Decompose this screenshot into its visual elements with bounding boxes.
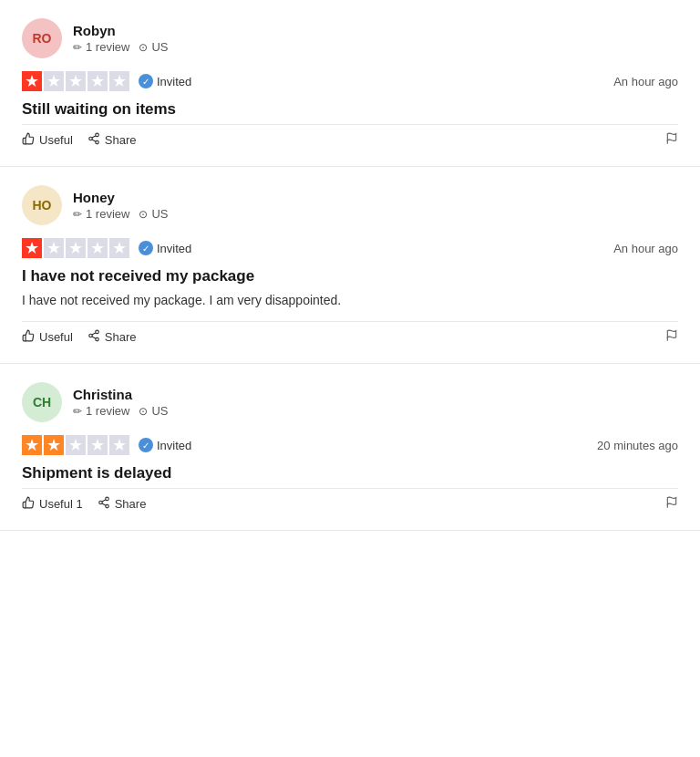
pencil-icon: ✏ [73,405,82,418]
review-card-1: RORobyn✏ 1 review⊙ US★★★★★✓InvitedAn hou… [0,0,700,167]
svg-point-0 [96,133,99,137]
star-filled-icon: ★ [22,435,42,455]
pencil-icon: ✏ [73,41,82,54]
rating-row: ★★★★★✓InvitedAn hour ago [22,238,678,258]
thumbsup-icon [22,329,35,345]
star-empty-icon: ★ [109,71,129,91]
star-filled-icon: ★ [44,435,64,455]
reviewer-name: Robyn [73,23,168,38]
avatar: HO [22,185,62,225]
star-empty-icon: ★ [88,238,108,258]
avatar: CH [22,382,62,422]
reviewer-row: RORobyn✏ 1 review⊙ US [22,18,678,58]
rating-row: ★★★★★✓Invited20 minutes ago [22,435,678,455]
svg-point-13 [98,501,102,504]
share-button[interactable]: Share [98,496,147,512]
reviewer-info: Christina✏ 1 review⊙ US [73,387,168,418]
review-timestamp: An hour ago [613,242,678,255]
review-timestamp: An hour ago [613,75,678,88]
share-icon [98,496,110,512]
reviewer-info: Robyn✏ 1 review⊙ US [73,23,168,54]
star-filled-icon: ★ [22,238,42,258]
reviewer-meta: ✏ 1 review⊙ US [73,40,168,54]
invited-check-icon: ✓ [139,241,153,255]
review-title: Still waiting on items [22,100,678,119]
actions-row: Useful 1Share [22,488,678,512]
star-empty-icon: ★ [44,238,64,258]
svg-point-14 [105,504,108,508]
svg-point-8 [96,337,99,341]
svg-point-6 [96,330,99,334]
invited-badge: ✓Invited [139,74,191,88]
review-card-3: CHChristina✏ 1 review⊙ US★★★★★✓Invited20… [0,364,700,531]
share-label: Share [115,497,147,511]
invited-label: Invited [157,75,191,88]
useful-label: Useful [39,330,73,344]
svg-point-12 [105,497,108,501]
invited-label: Invited [157,242,191,255]
svg-point-2 [96,140,99,144]
review-count: ✏ 1 review [73,40,129,54]
actions-row: UsefulShare [22,124,678,148]
flag-button[interactable] [665,496,678,512]
invited-check-icon: ✓ [139,74,153,88]
svg-line-4 [92,136,96,138]
actions-row: UsefulShare [22,321,678,345]
share-label: Share [105,133,137,147]
star-rating: ★★★★★ [22,435,129,455]
useful-button[interactable]: Useful [22,132,73,148]
star-filled-icon: ★ [22,71,42,91]
review-count: ✏ 1 review [73,404,129,418]
avatar: RO [22,18,62,58]
invited-badge: ✓Invited [139,438,191,452]
star-empty-icon: ★ [66,71,86,91]
flag-button[interactable] [665,132,678,148]
svg-point-7 [89,334,93,337]
rating-row: ★★★★★✓InvitedAn hour ago [22,71,678,91]
star-rating: ★★★★★ [22,238,129,258]
reviewer-row: HOHoney✏ 1 review⊙ US [22,185,678,225]
share-label: Share [105,330,137,344]
reviewer-meta: ✏ 1 review⊙ US [73,404,168,418]
star-empty-icon: ★ [88,71,108,91]
star-empty-icon: ★ [66,435,86,455]
location-icon: ⊙ [139,405,148,418]
reviewer-name: Honey [73,190,168,205]
reviewer-name: Christina [73,387,168,402]
review-body: I have not received my package. I am ver… [22,291,678,310]
svg-point-1 [89,137,93,140]
invited-check-icon: ✓ [139,438,153,452]
star-empty-icon: ★ [88,435,108,455]
review-count: ✏ 1 review [73,207,129,221]
star-empty-icon: ★ [109,238,129,258]
star-empty-icon: ★ [109,435,129,455]
star-rating: ★★★★★ [22,71,129,91]
useful-button[interactable]: Useful [22,329,73,345]
star-empty-icon: ★ [44,71,64,91]
location-icon: ⊙ [139,208,148,221]
svg-line-9 [92,337,96,338]
country: ⊙ US [139,207,168,221]
svg-line-16 [102,500,106,502]
review-title: I have not received my package [22,267,678,285]
flag-button[interactable] [665,329,678,345]
review-title: Shipment is delayed [22,464,678,482]
share-icon [88,329,100,345]
location-icon: ⊙ [139,41,148,54]
invited-label: Invited [157,439,191,452]
useful-label: Useful 1 [39,497,83,511]
share-icon [88,132,100,148]
thumbsup-icon [22,496,35,512]
country: ⊙ US [139,404,168,418]
reviewer-info: Honey✏ 1 review⊙ US [73,190,168,221]
pencil-icon: ✏ [73,208,82,221]
share-button[interactable]: Share [88,329,137,345]
svg-line-3 [92,140,96,141]
svg-line-10 [92,333,96,335]
useful-button[interactable]: Useful 1 [22,496,83,512]
review-card-2: HOHoney✏ 1 review⊙ US★★★★★✓InvitedAn hou… [0,167,700,364]
invited-badge: ✓Invited [139,241,191,255]
share-button[interactable]: Share [88,132,137,148]
reviewer-meta: ✏ 1 review⊙ US [73,207,168,221]
thumbsup-icon [22,132,35,148]
